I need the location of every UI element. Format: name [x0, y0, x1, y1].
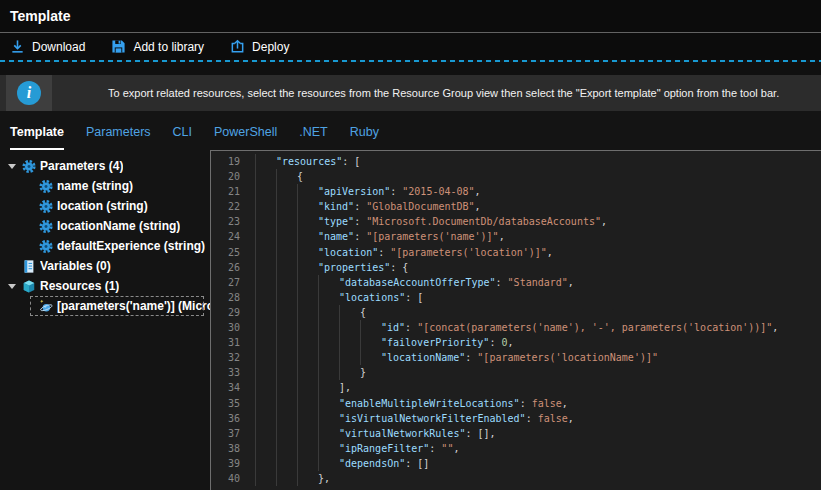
gutter-gap — [240, 229, 255, 244]
code-token: false — [538, 411, 568, 426]
code-line-30: 30"id": "[concat(parameters('name'), '-'… — [211, 320, 821, 335]
gear-icon — [22, 159, 36, 174]
code-line-24: 24"name": "[parameters('name')]", — [211, 229, 821, 244]
tab-template[interactable]: Template — [10, 125, 64, 150]
line-number: 40 — [211, 471, 240, 486]
tree-item-name[interactable]: name (string) — [0, 176, 210, 196]
code-token: ], — [339, 380, 351, 395]
tab-ruby[interactable]: Ruby — [350, 125, 379, 150]
code-token: , — [453, 441, 459, 456]
indent-guide — [276, 320, 297, 335]
code-line-34: 34], — [211, 380, 821, 395]
indent-guide — [318, 426, 339, 441]
add-to-library-button[interactable]: Add to library — [111, 39, 204, 54]
download-button[interactable]: Download — [10, 39, 85, 54]
toolbar-button-label: Deploy — [252, 40, 289, 54]
title-bar: Template — [0, 0, 821, 33]
main-content: Parameters (4)name (string)location (str… — [0, 150, 821, 490]
code-token: "[concat(parameters('name'), '-', parame… — [417, 320, 772, 335]
deploy-button[interactable]: Deploy — [230, 39, 289, 54]
line-number: 34 — [211, 380, 240, 395]
indent-guide — [276, 396, 297, 411]
indent-guide — [360, 320, 381, 335]
indent-guide — [276, 350, 297, 365]
tree-item-resource-name[interactable]: [parameters('name')] (Microsoft... — [0, 296, 210, 316]
tree-item-locationName[interactable]: locationName (string) — [0, 216, 210, 236]
gutter-gap — [240, 350, 255, 365]
caret-down-icon[interactable] — [8, 284, 16, 289]
indent-guide — [255, 441, 276, 456]
indent-guide — [255, 290, 276, 305]
code-token: "name" — [318, 229, 354, 244]
code-token: , — [568, 275, 574, 290]
indent-guide — [255, 335, 276, 350]
spacer — [0, 62, 821, 75]
indent-guide — [297, 411, 318, 426]
code-line-23: 23"type": "Microsoft.DocumentDb/database… — [211, 214, 821, 229]
tree-item-defaultExperience[interactable]: defaultExperience (string) — [0, 236, 210, 256]
indent-guide — [318, 335, 339, 350]
indent-guide — [318, 441, 339, 456]
info-banner-text: To export related resources, select the … — [108, 87, 779, 99]
code-line-20: 20{ — [211, 169, 821, 184]
tab-dotnet[interactable]: .NET — [299, 125, 327, 150]
code-token: : [ — [342, 154, 360, 169]
code-line-25: 25"location": "[parameters('location')]"… — [211, 245, 821, 260]
indent-guide — [318, 365, 339, 380]
indent-guide — [276, 260, 297, 275]
indent-guide — [297, 320, 318, 335]
tree-item-location[interactable]: location (string) — [0, 196, 210, 216]
indent-guide — [276, 380, 297, 395]
gutter-gap — [240, 184, 255, 199]
gutter-gap — [240, 456, 255, 471]
indent-guide — [255, 380, 276, 395]
code-token: : — [465, 350, 477, 365]
indent-guide — [297, 471, 318, 486]
code-token: "enableMultipleWriteLocations" — [339, 396, 520, 411]
gutter-gap — [240, 199, 255, 214]
tree-item-label: locationName (string) — [57, 219, 180, 233]
code-token: "id" — [381, 320, 405, 335]
gutter-gap — [240, 320, 255, 335]
code-line-19: 19"resources": [ — [211, 154, 821, 169]
code-token: , — [507, 335, 513, 350]
tab-powershell[interactable]: PowerShell — [214, 125, 277, 150]
line-number: 19 — [211, 154, 240, 169]
code-editor[interactable]: 19"resources": [20{21"apiVersion": "2015… — [210, 150, 821, 490]
code-line-31: 31"failoverPriority": 0, — [211, 335, 821, 350]
code-line-29: 29{ — [211, 305, 821, 320]
indent-guide — [255, 365, 276, 380]
code-line-26: 26"properties": { — [211, 260, 821, 275]
code-token: , — [568, 411, 574, 426]
indent-guide — [276, 199, 297, 214]
indent-guide — [339, 335, 360, 350]
indent-guide — [297, 229, 318, 244]
line-number: 36 — [211, 411, 240, 426]
caret-down-icon[interactable] — [8, 164, 16, 169]
indent-guide — [297, 456, 318, 471]
code-token: : — [354, 199, 366, 214]
indent-guide — [318, 305, 339, 320]
tree-item-label: name (string) — [57, 179, 133, 193]
code-token: : — [489, 335, 501, 350]
code-token: "2015-04-08" — [402, 184, 474, 199]
indent-guide — [276, 456, 297, 471]
tab-cli[interactable]: CLI — [173, 125, 192, 150]
tab-parameters[interactable]: Parameters — [86, 125, 151, 150]
tree-item-label: Variables (0) — [40, 259, 111, 273]
gutter-gap — [240, 441, 255, 456]
tree-item-label: location (string) — [57, 199, 148, 213]
indent-guide — [297, 441, 318, 456]
tree-item-parameters[interactable]: Parameters (4) — [0, 156, 210, 176]
toolbar-button-label: Add to library — [133, 40, 204, 54]
indent-guide — [318, 456, 339, 471]
indent-guide — [276, 275, 297, 290]
indent-guide — [255, 396, 276, 411]
tree-item-resources[interactable]: Resources (1) — [0, 276, 210, 296]
line-number: 31 — [211, 335, 240, 350]
line-number: 35 — [211, 396, 240, 411]
gear-icon — [39, 239, 53, 254]
tree-item-variables[interactable]: Variables (0) — [0, 256, 210, 276]
gutter-gap — [240, 260, 255, 275]
line-number: 29 — [211, 305, 240, 320]
